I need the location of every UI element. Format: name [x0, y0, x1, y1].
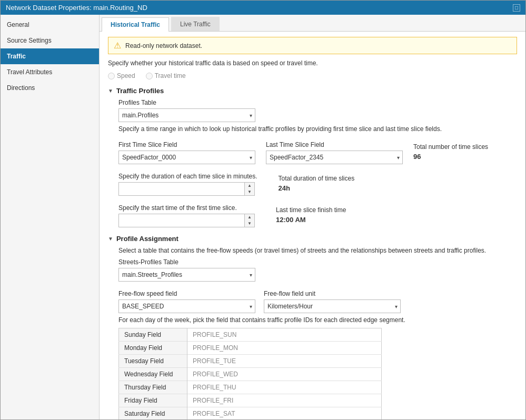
last-time-slice-select[interactable]: SpeedFactor_2345 [266, 151, 403, 164]
start-time-desc: Specify the start time of the first time… [118, 204, 255, 212]
day-field-table: Sunday FieldPROFILE_SUNMonday FieldPROFI… [118, 328, 382, 419]
sidebar-item-source-settings[interactable]: Source Settings [1, 33, 99, 48]
total-slices-col: Total number of time slices 96 [413, 137, 488, 161]
freeflow-speed-wrapper: BASE_SPEED [118, 299, 255, 313]
tab-historical-traffic[interactable]: Historical Traffic [102, 17, 169, 32]
duration-row: Specify the duration of each time slice … [118, 168, 517, 196]
start-time-spinbox-buttons: ▲ ▼ [245, 214, 255, 227]
start-time-row: Specify the start time of the first time… [118, 200, 517, 227]
start-time-input[interactable]: 12:00 AM [118, 214, 245, 227]
freeflow-row: Free-flow speed field BASE_SPEED Free-fl… [118, 286, 517, 313]
sidebar-item-general[interactable]: General [1, 17, 99, 33]
panel-content: ⚠ Read-only network dataset. Specify whe… [100, 32, 525, 419]
sidebar-item-travel-attributes[interactable]: Travel Attributes [1, 64, 99, 80]
radio-travel-time[interactable] [146, 73, 153, 79]
radio-travel-time-label[interactable]: Travel time [146, 72, 186, 79]
duration-spinbox-buttons: ▲ ▼ [245, 182, 255, 196]
total-duration-col: Total duration of time slices 24h [278, 168, 354, 192]
tab-bar: Historical Traffic Live Traffic [100, 15, 525, 32]
table-row: Tuesday FieldPROFILE_TUE [119, 355, 382, 368]
freeflow-speed-label: Free-flow speed field [118, 290, 255, 297]
day-table-desc: For each day of the week, pick the field… [118, 316, 517, 324]
start-time-increment-button[interactable]: ▲ [245, 214, 254, 221]
traffic-profiles-body: Profiles Table main.Profiles Specify a t… [108, 99, 517, 227]
duration-col: Specify the duration of each time slice … [118, 168, 257, 196]
day-label: Friday Field [119, 394, 187, 407]
main-description: Specify whether your historical traffic … [108, 59, 517, 67]
first-time-slice-col: First Time Slice Field SpeedFactor_0000 [118, 137, 255, 164]
streets-profiles-select[interactable]: main.Streets_Profiles [118, 268, 255, 282]
first-time-slice-select[interactable]: SpeedFactor_0000 [118, 151, 255, 164]
first-time-slice-label: First Time Slice Field [118, 141, 255, 148]
main-window: Network Dataset Properties: main.Routing… [0, 0, 526, 420]
first-time-slice-wrapper: SpeedFactor_0000 [118, 151, 255, 164]
duration-increment-button[interactable]: ▲ [245, 183, 254, 189]
freeflow-unit-label: Free-flow field unit [264, 290, 401, 297]
freeflow-speed-select[interactable]: BASE_SPEED [118, 299, 255, 313]
day-label: Saturday Field [119, 407, 187, 420]
warning-icon: ⚠ [114, 41, 121, 51]
warning-text: Read-only network dataset. [125, 42, 202, 49]
day-value: PROFILE_THU [187, 381, 382, 394]
freeflow-unit-select[interactable]: Kilometers/Hour [264, 299, 401, 313]
day-value: PROFILE_SUN [187, 328, 382, 342]
start-time-decrement-button[interactable]: ▼ [245, 221, 254, 227]
total-duration-value: 24h [278, 184, 354, 192]
profile-assignment-body: Select a table that contains the free-fl… [108, 247, 517, 419]
last-time-slice-col: Last Time Slice Field SpeedFactor_2345 [266, 137, 403, 164]
close-button[interactable]: □ [513, 4, 520, 12]
title-bar: Network Dataset Properties: main.Routing… [1, 1, 525, 15]
chevron-down-icon-2: ▼ [108, 236, 113, 242]
title-bar-buttons: □ [513, 4, 520, 12]
day-value: PROFILE_SAT [187, 407, 382, 420]
streets-profiles-wrapper: main.Streets_Profiles [118, 268, 255, 282]
chevron-down-icon: ▼ [108, 88, 113, 94]
day-value: PROFILE_FRI [187, 394, 382, 407]
profiles-table-label: Profiles Table [118, 99, 517, 106]
time-slice-fields-row: First Time Slice Field SpeedFactor_0000 … [118, 137, 517, 164]
last-finish-label: Last time slice finish time [276, 206, 346, 214]
last-time-slice-wrapper: SpeedFactor_2345 [266, 151, 403, 164]
time-slice-desc: Specify a time range in which to look up… [118, 125, 517, 133]
table-row: Monday FieldPROFILE_MON [119, 342, 382, 355]
table-row: Wednesday FieldPROFILE_WED [119, 368, 382, 381]
table-row: Saturday FieldPROFILE_SAT [119, 407, 382, 420]
freeflow-unit-wrapper: Kilometers/Hour [264, 299, 401, 313]
freeflow-speed-col: Free-flow speed field BASE_SPEED [118, 286, 255, 313]
sidebar-item-traffic[interactable]: Traffic [1, 48, 99, 64]
profiles-table-select[interactable]: main.Profiles [118, 108, 255, 122]
radio-speed[interactable] [108, 73, 115, 79]
warning-bar: ⚠ Read-only network dataset. [108, 37, 517, 54]
day-label: Wednesday Field [119, 368, 187, 381]
profiles-table-wrapper: main.Profiles [118, 108, 255, 122]
last-time-slice-label: Last Time Slice Field [266, 141, 403, 148]
traffic-profiles-header[interactable]: ▼ Traffic Profiles [108, 87, 517, 95]
radio-speed-label[interactable]: Speed [108, 72, 135, 79]
day-value: PROFILE_TUE [187, 355, 382, 368]
speed-traveltime-radio: Speed Travel time [108, 72, 517, 79]
duration-decrement-button[interactable]: ▼ [245, 189, 254, 195]
window-title: Network Dataset Properties: main.Routing… [6, 4, 147, 12]
traffic-profiles-section: ▼ Traffic Profiles Profiles Table main.P… [108, 87, 517, 227]
streets-profiles-label: Streets-Profiles Table [118, 258, 517, 266]
sidebar: General Source Settings Traffic Travel A… [1, 15, 100, 419]
day-label: Monday Field [119, 342, 187, 355]
table-row: Sunday FieldPROFILE_SUN [119, 328, 382, 342]
content-area: General Source Settings Traffic Travel A… [1, 15, 525, 419]
duration-input[interactable]: 15 [118, 182, 245, 196]
total-slices-value: 96 [413, 153, 488, 161]
profile-assignment-section: ▼ Profile Assignment Select a table that… [108, 235, 517, 419]
sidebar-item-directions[interactable]: Directions [1, 80, 99, 96]
table-row: Friday FieldPROFILE_FRI [119, 394, 382, 407]
day-value: PROFILE_WED [187, 368, 382, 381]
table-row: Thursday FieldPROFILE_THU [119, 381, 382, 394]
total-duration-label: Total duration of time slices [278, 175, 354, 182]
profile-assignment-header[interactable]: ▼ Profile Assignment [108, 235, 517, 243]
start-time-spinbox: 12:00 AM ▲ ▼ [118, 214, 255, 227]
freeflow-unit-col: Free-flow field unit Kilometers/Hour [264, 286, 401, 313]
start-time-col: Specify the start time of the first time… [118, 200, 255, 227]
tab-live-traffic[interactable]: Live Traffic [171, 17, 220, 31]
day-value: PROFILE_MON [187, 342, 382, 355]
day-label: Tuesday Field [119, 355, 187, 368]
total-slices-label: Total number of time slices [413, 143, 488, 151]
